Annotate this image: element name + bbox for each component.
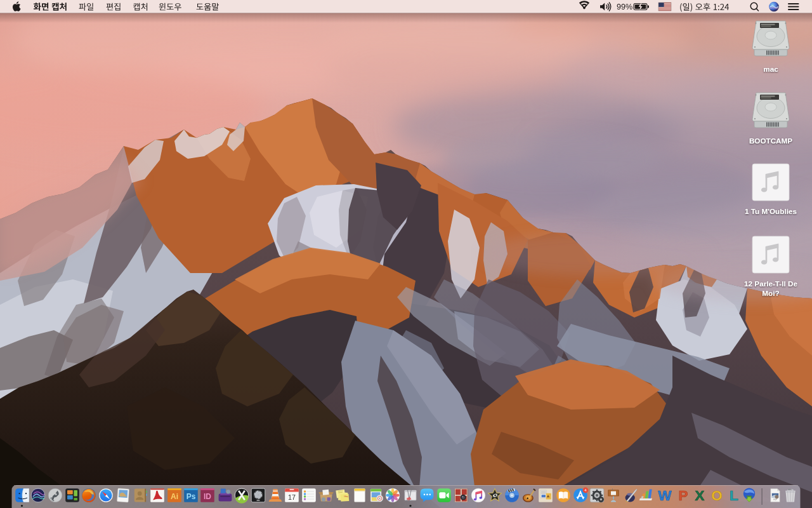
svg-text:P: P xyxy=(679,488,688,504)
svg-text:12 Parle-T-Il De: 12 Parle-T-Il De xyxy=(744,279,797,288)
svg-text:W: W xyxy=(658,488,672,504)
svg-text:99%: 99% xyxy=(617,3,632,11)
svg-text:17: 17 xyxy=(288,493,296,501)
svg-text:BOOTCAMP: BOOTCAMP xyxy=(749,137,792,145)
svg-text:PDF: PDF xyxy=(773,498,777,501)
svg-text:ID: ID xyxy=(204,492,211,501)
svg-text:Ps: Ps xyxy=(187,492,196,501)
svg-text:1 Tu M'Oublies: 1 Tu M'Oublies xyxy=(745,207,797,215)
svg-text:O: O xyxy=(711,488,722,504)
svg-text:Ai: Ai xyxy=(171,492,178,501)
svg-text:mac: mac xyxy=(763,65,778,73)
svg-text:Moi?: Moi? xyxy=(762,289,779,297)
svg-text:X: X xyxy=(695,488,705,504)
svg-text:Mem: Mem xyxy=(344,495,349,498)
svg-text:L: L xyxy=(730,488,738,504)
